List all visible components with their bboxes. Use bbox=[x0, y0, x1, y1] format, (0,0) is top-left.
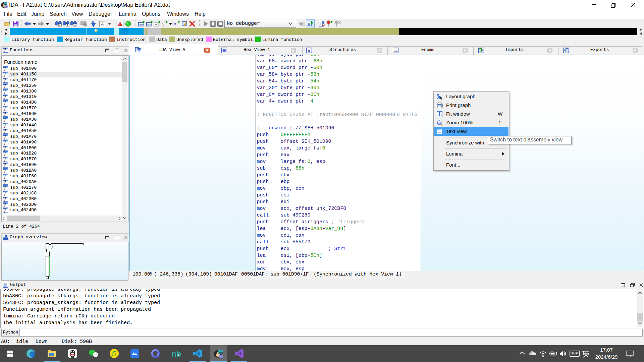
svg-text:'s: 's bbox=[162, 22, 164, 27]
svg-text:32: 32 bbox=[220, 355, 223, 358]
svg-text:CODE: CODE bbox=[139, 23, 144, 25]
svg-text:DATA: DATA bbox=[147, 23, 152, 25]
svg-text:A: A bbox=[155, 23, 157, 26]
svg-text:*: * bbox=[174, 21, 176, 27]
svg-text:1:1: 1:1 bbox=[438, 122, 441, 124]
svg-text:101: 101 bbox=[73, 24, 77, 26]
svg-text:A: A bbox=[308, 49, 310, 53]
svg-text:c: c bbox=[308, 22, 310, 25]
svg-text:32: 32 bbox=[5, 6, 8, 8]
svg-text:nb: nb bbox=[172, 350, 181, 358]
svg-text:c: c bbox=[302, 22, 304, 26]
svg-text:#: # bbox=[59, 24, 60, 26]
svg-text:T: T bbox=[67, 23, 69, 26]
svg-text:!: ! bbox=[119, 23, 120, 26]
